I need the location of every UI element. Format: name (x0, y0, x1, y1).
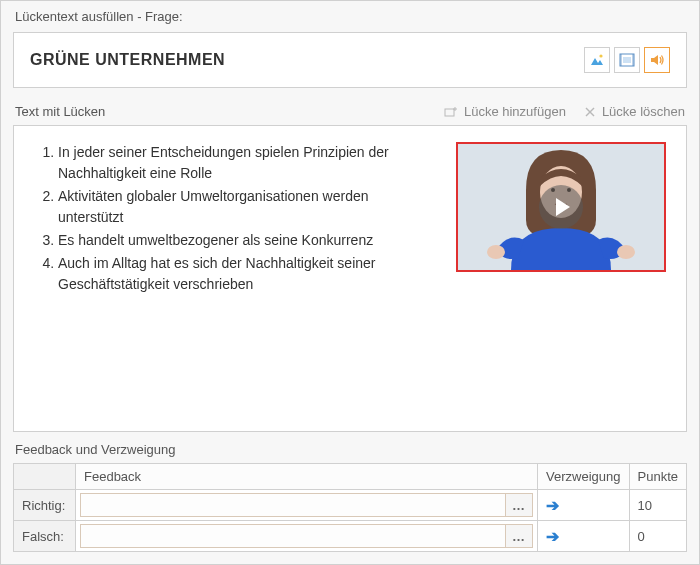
question-header-label: Lückentext ausfüllen - Frage: (1, 1, 699, 32)
feedback-input-correct[interactable] (80, 493, 505, 517)
branch-button-correct[interactable]: ➔ (546, 497, 559, 514)
svg-marker-6 (651, 55, 658, 65)
add-gap-icon (444, 106, 458, 118)
points-wrong[interactable]: 0 (629, 521, 686, 552)
content-box: In jeder seiner Entscheidungen spielen P… (13, 125, 687, 432)
audio-media-button[interactable] (644, 47, 670, 73)
svg-point-16 (487, 245, 505, 259)
points-header-cell: Punkte (629, 464, 686, 490)
question-title: GRÜNE UNTERNEHMEN (30, 51, 225, 69)
play-icon (554, 197, 572, 217)
image-icon (589, 53, 605, 67)
svg-marker-18 (556, 198, 570, 216)
fill-in-blanks-panel: Lückentext ausfüllen - Frage: GRÜNE UNTE… (0, 0, 700, 565)
table-header-row: Feedback Verzweigung Punkte (14, 464, 687, 490)
svg-point-17 (617, 245, 635, 259)
question-box: GRÜNE UNTERNEHMEN (13, 32, 687, 88)
media-buttons (584, 47, 670, 73)
feedback-more-button-wrong[interactable]: … (505, 524, 533, 548)
add-gap-button[interactable]: Lücke hinzufügen (444, 104, 566, 119)
feedback-input-wrong[interactable] (80, 524, 505, 548)
svg-rect-3 (620, 54, 622, 66)
video-column (456, 142, 666, 417)
list-item[interactable]: Auch im Alltag hat es sich der Nachhalti… (58, 253, 436, 295)
svg-point-1 (599, 54, 602, 57)
gap-text-list: In jeder seiner Entscheidungen spielen P… (58, 142, 436, 295)
feedback-table: Feedback Verzweigung Punkte Richtig: … ➔… (13, 463, 687, 552)
film-icon (619, 53, 635, 67)
points-correct[interactable]: 10 (629, 490, 686, 521)
table-row-wrong: Falsch: … ➔ 0 (14, 521, 687, 552)
svg-rect-5 (623, 57, 631, 63)
feedback-section-label: Feedback und Verzweigung (1, 432, 699, 463)
svg-rect-4 (632, 54, 634, 66)
table-row-correct: Richtig: … ➔ 10 (14, 490, 687, 521)
branch-button-wrong[interactable]: ➔ (546, 528, 559, 545)
feedback-header-cell: Feedback (76, 464, 538, 490)
play-button[interactable] (539, 185, 583, 229)
empty-header (14, 464, 76, 490)
feedback-more-button-correct[interactable]: … (505, 493, 533, 517)
close-icon (584, 106, 596, 118)
delete-gap-label: Lücke löschen (602, 104, 685, 119)
row-label-correct: Richtig: (14, 490, 76, 521)
svg-rect-7 (445, 109, 454, 116)
text-section-label: Text mit Lücken (15, 104, 105, 119)
speaker-icon (649, 53, 665, 67)
list-item[interactable]: Aktivitäten globaler Umweltorganisatione… (58, 186, 436, 228)
branch-header-cell: Verzweigung (538, 464, 629, 490)
svg-marker-0 (591, 58, 603, 65)
add-gap-label: Lücke hinzufügen (464, 104, 566, 119)
image-media-button[interactable] (584, 47, 610, 73)
row-label-wrong: Falsch: (14, 521, 76, 552)
list-item[interactable]: In jeder seiner Entscheidungen spielen P… (58, 142, 436, 184)
video-preview[interactable] (456, 142, 666, 272)
list-item[interactable]: Es handelt umweltbezogener als seine Kon… (58, 230, 436, 251)
text-column: In jeder seiner Entscheidungen spielen P… (34, 142, 436, 417)
delete-gap-button[interactable]: Lücke löschen (584, 104, 685, 119)
video-media-button[interactable] (614, 47, 640, 73)
text-toolbar: Text mit Lücken Lücke hinzufügen Lücke l… (1, 98, 699, 125)
